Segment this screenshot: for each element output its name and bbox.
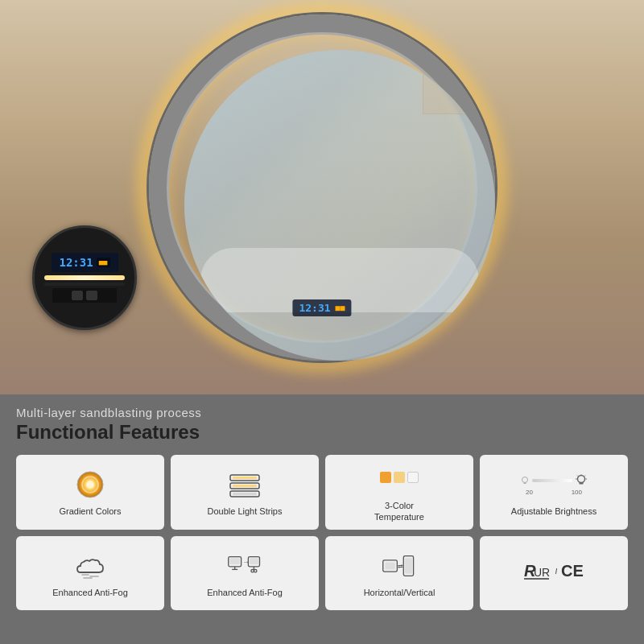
mirror-temp-icon: ■■ bbox=[336, 303, 345, 312]
feature-anti-fog-2: → Enhanced Anti-Fog bbox=[171, 536, 319, 611]
feature-gradient-colors: Gradient Colors bbox=[16, 455, 164, 530]
svg-rect-4 bbox=[233, 477, 257, 479]
certification-icon: R UR / CE bbox=[536, 555, 572, 588]
zoom-button-row bbox=[52, 288, 117, 303]
svg-line-14 bbox=[584, 475, 585, 476]
svg-rect-22 bbox=[230, 558, 240, 564]
anti-fog-1-label: Enhanced Anti-Fog bbox=[52, 587, 128, 598]
anti-fog-plug-icon: → bbox=[227, 550, 262, 582]
svg-rect-8 bbox=[233, 493, 257, 495]
zoom-temp-badge: ■■ bbox=[97, 258, 110, 267]
svg-rect-27 bbox=[250, 558, 258, 564]
adjustable-brightness-label: Adjustable Brightness bbox=[511, 506, 597, 517]
swatch-neutral bbox=[394, 472, 405, 483]
zoom-light-strip-1 bbox=[44, 275, 125, 280]
color-swatches bbox=[380, 472, 419, 483]
brightness-numbers: 20 100 bbox=[526, 489, 582, 496]
color-temperature-icon bbox=[382, 463, 417, 495]
svg-text:UR: UR bbox=[534, 566, 550, 579]
svg-rect-32 bbox=[385, 562, 394, 569]
zoom-btn-1 bbox=[72, 291, 83, 300]
adjustable-brightness-icon: 20 100 bbox=[536, 469, 572, 501]
hero-image: 12:31 ■■ 12:31 ■■ bbox=[0, 0, 644, 394]
mirror-time: 12:31 bbox=[299, 302, 330, 314]
gradient-colors-label: Gradient Colors bbox=[59, 506, 121, 517]
bulb-small-icon bbox=[520, 476, 530, 485]
double-light-strips-icon bbox=[227, 469, 262, 501]
zoom-inset-circle: 12:31 ■■ bbox=[32, 225, 137, 330]
svg-line-17 bbox=[577, 475, 578, 476]
orientation-label: Horizontal/Vertical bbox=[364, 587, 436, 598]
brightness-track bbox=[532, 479, 572, 482]
mirror-clock-display: 12:31 ■■ bbox=[292, 299, 351, 316]
svg-rect-6 bbox=[233, 485, 257, 487]
zoom-dark-strip bbox=[44, 283, 125, 286]
svg-point-9 bbox=[522, 477, 528, 482]
bulb-large-icon bbox=[575, 474, 588, 487]
gradient-colors-icon bbox=[72, 469, 108, 501]
zoom-clock-row: 12:31 ■■ bbox=[52, 253, 118, 272]
svg-rect-10 bbox=[524, 482, 526, 484]
svg-text:⇄: ⇄ bbox=[398, 562, 403, 569]
swatch-warm bbox=[380, 472, 391, 483]
svg-rect-12 bbox=[580, 482, 584, 484]
svg-point-11 bbox=[578, 475, 585, 482]
zoom-time: 12:31 bbox=[60, 256, 93, 269]
feature-orientation: ⇄ Horizontal/Vertical bbox=[325, 536, 473, 611]
feature-certification: R UR / CE bbox=[480, 536, 628, 611]
brightness-slider-row bbox=[520, 474, 588, 487]
mirror-container: 12:31 ■■ bbox=[149, 14, 495, 361]
zoom-btn-2 bbox=[86, 291, 97, 300]
svg-text:CE: CE bbox=[561, 562, 584, 580]
section-title: Functional Features bbox=[16, 421, 628, 444]
svg-point-2 bbox=[86, 481, 94, 489]
feature-adjustable-brightness: 20 100 Adjustable Brightness bbox=[480, 455, 628, 530]
feature-color-temperature: 3-ColorTemperature bbox=[325, 455, 473, 530]
feature-anti-fog-1: Enhanced Anti-Fog bbox=[16, 536, 164, 611]
double-light-strips-label: Double Light Strips bbox=[208, 506, 283, 517]
subtitle: Multi-layer sandblasting process bbox=[16, 406, 628, 419]
orientation-icon: ⇄ bbox=[382, 550, 417, 582]
color-temperature-label: 3-ColorTemperature bbox=[374, 500, 424, 523]
anti-fog-2-label: Enhanced Anti-Fog bbox=[207, 587, 283, 598]
anti-fog-cloud-icon bbox=[72, 550, 108, 582]
svg-point-30 bbox=[254, 569, 257, 572]
svg-rect-35 bbox=[405, 558, 412, 573]
cert-logo: R UR / CE bbox=[523, 559, 585, 584]
features-section: Multi-layer sandblasting process Functio… bbox=[0, 394, 644, 644]
swatch-cool bbox=[407, 472, 419, 483]
feature-double-light-strips: Double Light Strips bbox=[171, 455, 319, 530]
features-grid: Gradient Colors Double Light Strips bbox=[16, 455, 628, 610]
